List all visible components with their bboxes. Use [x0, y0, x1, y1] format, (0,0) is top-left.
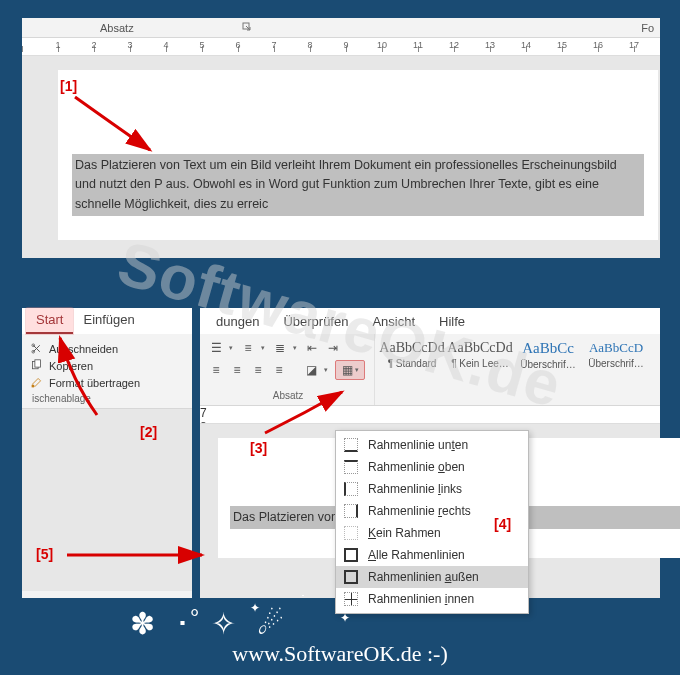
- styles-gallery[interactable]: AaBbCcDd¶ StandardAaBbCcDd¶ Kein Lee…AaB…: [375, 334, 660, 405]
- style-name: Überschrif…: [583, 358, 649, 369]
- border-variant-icon: [344, 460, 358, 474]
- border-variant-icon: [344, 482, 358, 496]
- borders-icon: ▦: [339, 362, 355, 378]
- group-label-format-truncated: Fo: [641, 22, 654, 34]
- border-variant-icon: [344, 438, 358, 452]
- bullets-icon[interactable]: ☰: [208, 340, 224, 356]
- style-preview: AaBbCcDd: [379, 340, 445, 356]
- callout-2: [2]: [140, 424, 157, 440]
- sparkle-icon: ･: [300, 589, 306, 603]
- callout-1: [1]: [60, 78, 77, 94]
- border-menu-label: Rahmenlinie links: [368, 482, 462, 496]
- callout-5: [5]: [36, 546, 53, 562]
- scissors-icon: [30, 342, 43, 355]
- border-variant-icon: [344, 548, 358, 562]
- shading-icon[interactable]: ◪: [303, 362, 319, 378]
- decrease-indent-icon[interactable]: ⇤: [304, 340, 320, 356]
- border-menu-label: Rahmenlinie oben: [368, 460, 465, 474]
- multilevel-dropdown-icon[interactable]: ▾: [293, 344, 299, 352]
- sparkle-icon: ✦: [250, 601, 260, 615]
- align-center-icon[interactable]: ≡: [229, 362, 245, 378]
- dialog-launcher-icon[interactable]: [242, 22, 252, 34]
- style-name: ¶ Standard: [379, 358, 445, 369]
- border-menu-label: Rahmenlinien außen: [368, 570, 479, 584]
- align-left-icon[interactable]: ≡: [208, 362, 224, 378]
- align-right-icon[interactable]: ≡: [250, 362, 266, 378]
- multilevel-icon[interactable]: ≣: [272, 340, 288, 356]
- ribbon-group-header: Absatz Fo: [22, 18, 660, 38]
- border-menu-item[interactable]: Rahmenlinien außen: [336, 566, 528, 588]
- numbering-icon[interactable]: ≡: [240, 340, 256, 356]
- border-menu-item[interactable]: Rahmenlinie links: [336, 478, 528, 500]
- border-variant-icon: [344, 570, 358, 584]
- footer-text: www.SoftwareOK.de :-): [0, 641, 680, 667]
- shading-dropdown-icon[interactable]: ▾: [324, 366, 330, 374]
- style-preview: AaBbCcD: [583, 340, 649, 356]
- style-item[interactable]: AaBbCcDÜberschrif…: [583, 340, 649, 403]
- horizontal-ruler[interactable]: 123456789101112131415161718: [22, 38, 660, 56]
- svg-rect-5: [32, 385, 34, 387]
- style-item[interactable]: AaBbCcDd¶ Standard: [379, 340, 445, 403]
- tab-ansicht[interactable]: Ansicht: [360, 314, 427, 329]
- border-menu-label: Rahmenlinie rechts: [368, 504, 471, 518]
- dandelion-decoration: ✽ ･ﾟ✧ ☄: [130, 606, 290, 641]
- border-menu-label: Kein Rahmen: [368, 526, 441, 540]
- align-justify-icon[interactable]: ≡: [271, 362, 287, 378]
- group-label-absatz: Absatz: [100, 22, 134, 34]
- style-name: Überschrif…: [515, 359, 581, 370]
- style-item[interactable]: AaBbCcÜberschrif…: [515, 340, 581, 403]
- numbering-dropdown-icon[interactable]: ▾: [261, 344, 267, 352]
- callout-4: [4]: [494, 516, 511, 532]
- arrow-3: [260, 388, 350, 438]
- tab-hilfe[interactable]: Hilfe: [427, 314, 477, 329]
- bullets-dropdown-icon[interactable]: ▾: [229, 344, 235, 352]
- border-menu-label: Rahmenlinien innen: [368, 592, 474, 606]
- border-menu-label: Alle Rahmenlinien: [368, 548, 465, 562]
- increase-indent-icon[interactable]: ⇥: [325, 340, 341, 356]
- arrow-1: [70, 92, 160, 162]
- callout-3: [3]: [250, 440, 267, 456]
- selected-paragraph[interactable]: Das Platzieren von Text um ein Bild verl…: [72, 154, 644, 216]
- borders-button[interactable]: ▦ ▾: [335, 360, 365, 380]
- border-variant-icon: [344, 504, 358, 518]
- border-menu-item[interactable]: Rahmenlinie unten: [336, 434, 528, 456]
- borders-dropdown-icon[interactable]: ▾: [355, 366, 361, 374]
- border-menu-label: Rahmenlinie unten: [368, 438, 468, 452]
- border-variant-icon: [344, 592, 358, 606]
- style-name: ¶ Kein Lee…: [447, 358, 513, 369]
- style-preview: AaBbCcDd: [447, 340, 513, 356]
- brush-icon: [30, 376, 43, 389]
- ribbon-tabs-2: dungen Überprüfen Ansicht Hilfe: [200, 308, 660, 334]
- border-menu-item[interactable]: Rahmenlinie oben: [336, 456, 528, 478]
- copy-icon: [30, 359, 43, 372]
- svg-rect-4: [35, 360, 41, 367]
- arrow-2: [52, 330, 112, 420]
- arrow-5: [62, 545, 212, 565]
- tab-uberprufen[interactable]: Überprüfen: [271, 314, 360, 329]
- style-item[interactable]: AaBbCcDd¶ Kein Lee…: [447, 340, 513, 403]
- style-preview: AaBbCc: [515, 340, 581, 357]
- border-menu-item[interactable]: Rahmenlinien innen: [336, 588, 528, 610]
- border-menu-item[interactable]: Alle Rahmenlinien: [336, 544, 528, 566]
- sparkle-icon: ✦: [340, 611, 350, 625]
- border-variant-icon: [344, 526, 358, 540]
- tab-truncated-dungen[interactable]: dungen: [204, 314, 271, 329]
